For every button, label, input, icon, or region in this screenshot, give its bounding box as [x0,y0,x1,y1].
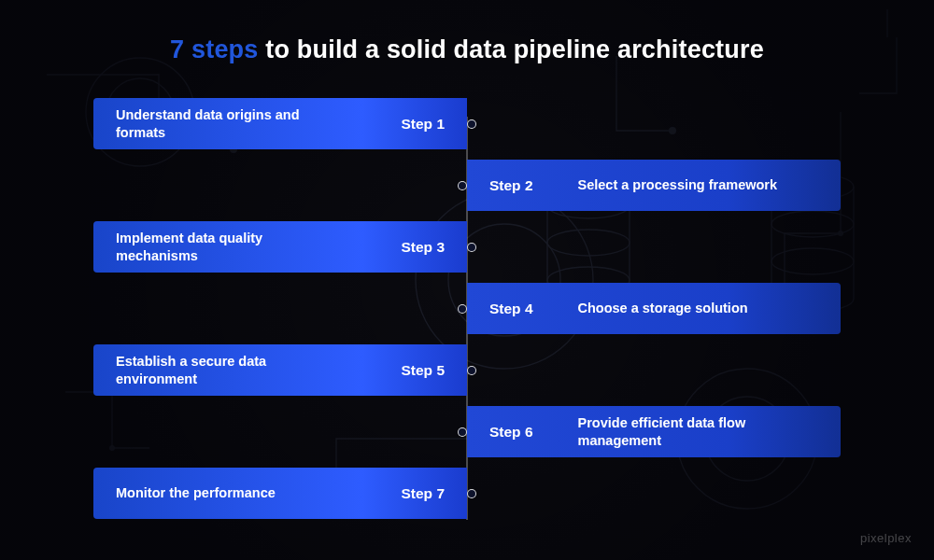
step-row-7: Monitor the performanceStep 7 [93,468,467,519]
step-label: Step 3 [401,239,445,256]
step-description: Implement data quality mechanisms [116,230,340,263]
timeline-dot-icon [458,427,467,437]
step-row-2: Step 2Select a processing framework [467,160,841,211]
step-row-5: Establish a secure data environmentStep … [93,344,467,396]
timeline-dot-icon [467,489,476,498]
step-description: Understand data origins and formats [116,106,340,140]
timeline-dot-icon [467,243,476,252]
step-row-6: Step 6Provide efficient data flow manage… [467,406,841,457]
step-label: Step 1 [401,116,445,133]
step-bar-1: Understand data origins and formatsStep … [93,98,467,149]
step-row-4: Step 4Choose a storage solution [467,283,841,334]
step-label: Step 5 [401,362,445,379]
step-description: Monitor the performance [116,484,276,501]
timeline-dot-icon [467,119,476,129]
timeline-dot-icon [458,181,467,190]
step-bar-7: Monitor the performanceStep 7 [93,468,467,519]
diagram-container: 7 steps to build a solid data pipeline a… [0,0,934,560]
watermark: pixelplex [860,531,912,545]
step-label: Step 6 [489,424,533,441]
step-description: Choose a storage solution [578,300,748,316]
step-label: Step 2 [489,177,533,194]
title-rest: to build a solid data pipeline architect… [259,35,764,63]
step-row-1: Understand data origins and formatsStep … [93,98,467,149]
timeline-dot-icon [458,304,467,314]
step-description: Establish a secure data environment [116,353,340,386]
step-description: Provide efficient data flow management [578,414,802,448]
step-label: Step 7 [401,485,445,502]
title-highlight: 7 steps [170,35,258,63]
step-label: Step 4 [489,301,533,317]
step-bar-2: Step 2Select a processing framework [467,160,841,211]
step-row-3: Implement data quality mechanismsStep 3 [93,221,467,273]
step-bar-6: Step 6Provide efficient data flow manage… [467,406,841,457]
step-bar-4: Step 4Choose a storage solution [467,283,841,334]
page-title: 7 steps to build a solid data pipeline a… [0,35,934,64]
step-bar-3: Implement data quality mechanismsStep 3 [93,221,467,273]
timeline-dot-icon [467,366,476,375]
step-bar-5: Establish a secure data environmentStep … [93,344,467,396]
step-description: Select a processing framework [578,176,778,193]
